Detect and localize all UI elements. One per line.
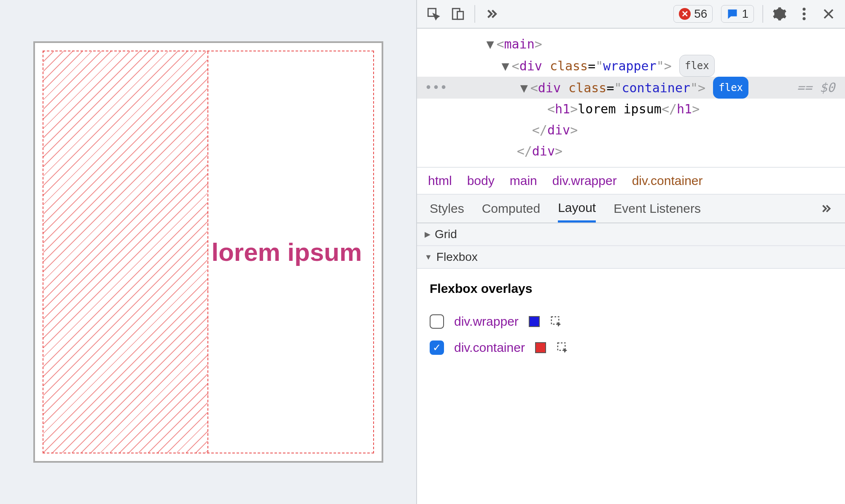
tree-node-wrapper[interactable]: ▼<div class="wrapper"> flex bbox=[417, 55, 845, 77]
elements-tree[interactable]: ▼<main> ▼<div class="wrapper"> flex ••• … bbox=[417, 29, 845, 167]
flex-overlay-container: lorem ipsum bbox=[43, 51, 374, 453]
overlay-color-swatch[interactable] bbox=[535, 342, 546, 353]
devtools-panel: ✕ 56 1 ▼<main> ▼<div class="wrapper"> fl… bbox=[416, 0, 845, 504]
settings-icon[interactable] bbox=[772, 6, 788, 22]
crumb-wrapper[interactable]: div.wrapper bbox=[552, 174, 617, 188]
tree-node-div-close[interactable]: </div> bbox=[417, 141, 845, 162]
svg-point-3 bbox=[802, 8, 805, 11]
crumb-html[interactable]: html bbox=[428, 174, 452, 188]
tree-node-container-selected[interactable]: ••• ▼<div class="container"> flex == $0 bbox=[417, 77, 845, 99]
issues-count: 1 bbox=[742, 7, 748, 21]
chevron-down-icon: ▼ bbox=[425, 253, 432, 262]
flex-badge-wrapper[interactable]: flex bbox=[679, 55, 715, 77]
overlay-label[interactable]: div.wrapper bbox=[454, 314, 519, 329]
styles-subtabs: Styles Computed Layout Event Listeners bbox=[417, 195, 845, 223]
toolbar-separator bbox=[474, 5, 475, 23]
flexbox-overlays-heading: Flexbox overlays bbox=[430, 281, 832, 296]
grid-section-header[interactable]: ▶ Grid bbox=[417, 223, 845, 246]
flexbox-section-body: Flexbox overlays div.wrapper ✓ div.conta… bbox=[417, 269, 845, 373]
tab-styles[interactable]: Styles bbox=[430, 201, 464, 216]
overlay-checkbox-container[interactable]: ✓ bbox=[430, 340, 444, 355]
devtools-toolbar: ✕ 56 1 bbox=[417, 0, 845, 29]
overlay-empty-region bbox=[43, 51, 208, 453]
flexbox-section-title: Flexbox bbox=[436, 250, 478, 264]
ellipsis-icon[interactable]: ••• bbox=[417, 77, 452, 98]
page-box: lorem ipsum bbox=[33, 41, 383, 463]
page-heading: lorem ipsum bbox=[208, 238, 362, 267]
more-subtabs-icon[interactable] bbox=[820, 202, 832, 215]
crumb-body[interactable]: body bbox=[467, 174, 495, 188]
overlay-content-region: lorem ipsum bbox=[208, 51, 373, 453]
selected-node-suffix: == $0 bbox=[797, 77, 845, 98]
overlay-checkbox-wrapper[interactable] bbox=[430, 314, 444, 329]
flexbox-section-header[interactable]: ▼ Flexbox bbox=[417, 246, 845, 269]
highlight-element-icon[interactable] bbox=[550, 315, 562, 328]
svg-rect-2 bbox=[457, 11, 463, 19]
tab-computed[interactable]: Computed bbox=[482, 201, 540, 216]
issues-icon bbox=[727, 8, 738, 20]
svg-point-5 bbox=[802, 17, 805, 20]
highlight-element-icon[interactable] bbox=[556, 341, 569, 354]
flex-badge-container[interactable]: flex bbox=[713, 77, 748, 99]
device-toolbar-icon[interactable] bbox=[450, 6, 466, 22]
tree-node-div-close[interactable]: </div> bbox=[417, 120, 845, 141]
tree-node-main[interactable]: ▼<main> bbox=[417, 34, 845, 55]
overlay-label[interactable]: div.container bbox=[454, 340, 525, 355]
layout-panel: ▶ Grid ▼ Flexbox Flexbox overlays div.wr… bbox=[417, 223, 845, 373]
tab-layout[interactable]: Layout bbox=[558, 195, 596, 223]
crumb-main[interactable]: main bbox=[510, 174, 537, 188]
tree-node-h1[interactable]: <h1>lorem ipsum</h1> bbox=[417, 99, 845, 120]
close-icon[interactable] bbox=[821, 6, 837, 22]
grid-section-title: Grid bbox=[435, 228, 457, 241]
toolbar-separator bbox=[762, 5, 763, 23]
tab-listeners[interactable]: Event Listeners bbox=[614, 201, 701, 216]
error-count: 56 bbox=[694, 7, 707, 21]
console-issues-badge[interactable]: 1 bbox=[721, 5, 754, 23]
svg-point-4 bbox=[802, 12, 805, 15]
crumb-container[interactable]: div.container bbox=[632, 174, 703, 188]
console-errors-badge[interactable]: ✕ 56 bbox=[673, 5, 713, 23]
overlay-row-wrapper: div.wrapper bbox=[430, 308, 832, 335]
dom-breadcrumb: html body main div.wrapper div.container bbox=[417, 167, 845, 195]
overlay-color-swatch[interactable] bbox=[529, 316, 540, 327]
error-icon: ✕ bbox=[679, 8, 691, 20]
chevron-right-icon: ▶ bbox=[425, 230, 431, 239]
kebab-menu-icon[interactable] bbox=[796, 6, 812, 22]
rendered-page-viewport: lorem ipsum bbox=[0, 0, 416, 504]
overlay-row-container: ✓ div.container bbox=[430, 335, 832, 361]
inspect-element-icon[interactable] bbox=[425, 6, 441, 22]
more-tabs-icon[interactable] bbox=[484, 6, 500, 22]
